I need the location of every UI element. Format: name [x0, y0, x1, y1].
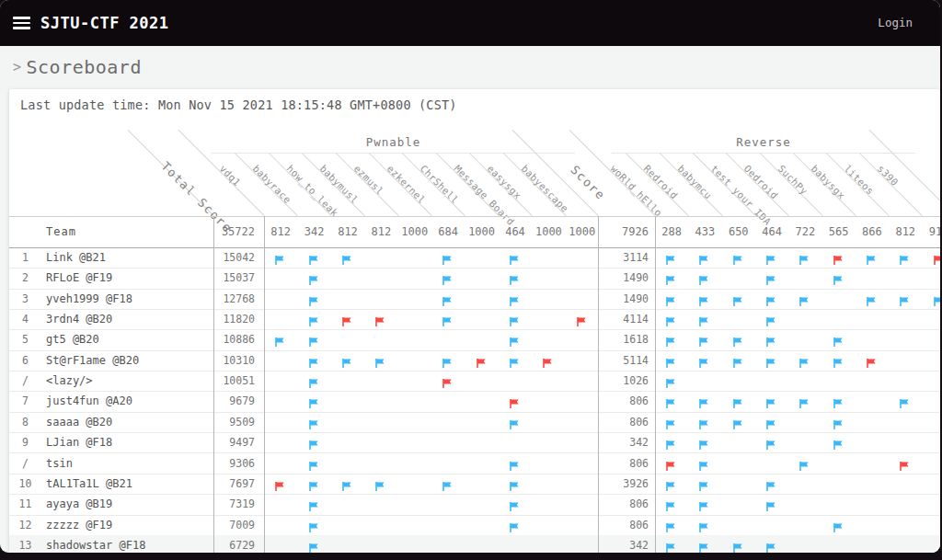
- flag-icon: [833, 520, 844, 531]
- flag-icon: [442, 478, 453, 489]
- team-row: 9LJian @F189497342: [9, 432, 940, 453]
- team-name: LJian @F18: [46, 432, 112, 452]
- flag-icon: [341, 252, 352, 263]
- flag-icon: [899, 293, 910, 304]
- flag-icon: [509, 314, 520, 325]
- flag-icon: [308, 540, 319, 551]
- flag-icon: [308, 458, 319, 469]
- flag-icon: [698, 395, 709, 406]
- team-name: RFLoE @F19: [46, 268, 112, 288]
- team-row: 8saaaa @B209509806: [9, 412, 940, 433]
- flag-icon: [866, 293, 877, 304]
- flag-icon: [442, 355, 453, 366]
- total-score-cell: 10310: [147, 350, 255, 371]
- flag-icon: [833, 395, 844, 406]
- rank-cell: /: [9, 453, 41, 474]
- flag-icon: [899, 252, 910, 263]
- flag-icon: [509, 498, 520, 509]
- flag-icon: [665, 395, 676, 406]
- flag-icon: [308, 293, 319, 304]
- pwn-score-cell: 806: [557, 412, 649, 432]
- flag-icon: [665, 540, 676, 551]
- flag-icon: [374, 314, 385, 325]
- flag-icon: [509, 458, 520, 469]
- navbar: SJTU-CTF 2021 Login: [0, 0, 940, 46]
- team-name: St@rF1ame @B20: [46, 350, 139, 371]
- flag-icon: [665, 498, 676, 509]
- flag-icon: [308, 314, 319, 325]
- last-update-text: Last update time: Mon Nov 15 2021 18:15:…: [20, 97, 457, 112]
- flag-icon: [866, 252, 877, 263]
- menu-icon[interactable]: [13, 17, 30, 30]
- team-name: saaaa @B20: [46, 412, 112, 432]
- flag-icon: [765, 478, 776, 489]
- flag-icon: [732, 540, 743, 551]
- flag-icon: [274, 478, 285, 489]
- app-title[interactable]: SJTU-CTF 2021: [40, 0, 169, 46]
- flag-icon: [698, 437, 709, 448]
- flag-icon: [374, 478, 385, 489]
- flag-icon: [341, 314, 352, 325]
- challenge-header-label: SuchPy: [775, 163, 810, 197]
- flag-icon: [665, 437, 676, 448]
- flag-icon: [833, 252, 844, 263]
- flag-icon: [665, 355, 676, 366]
- flag-icon: [509, 252, 520, 263]
- column-divider: [213, 216, 214, 553]
- column-divider: [598, 216, 599, 553]
- breadcrumb: >Scoreboard: [13, 56, 142, 78]
- pwn-score-cell: 342: [557, 535, 649, 553]
- flag-icon: [665, 314, 676, 325]
- challenge-header-label: s390: [876, 163, 901, 188]
- flag-icon: [341, 478, 352, 489]
- pwn-score-cell: 1490: [557, 268, 649, 288]
- rank-cell: 7: [9, 391, 41, 411]
- pwn-score-cell: 5114: [557, 350, 649, 371]
- flag-icon: [442, 272, 453, 283]
- flag-icon: [308, 395, 319, 406]
- flag-icon: [308, 417, 319, 428]
- team-name: shadowstar @F18: [46, 535, 145, 553]
- flag-icon: [899, 458, 910, 469]
- login-link[interactable]: Login: [878, 0, 913, 46]
- pwn-score-cell: 806: [557, 453, 649, 474]
- rank-cell: 5: [9, 329, 41, 349]
- pwn-score-cell: 1618: [557, 329, 649, 349]
- flag-icon: [665, 458, 676, 469]
- pwn-score-cell: 806: [557, 391, 649, 411]
- pwn-score-cell: 806: [557, 515, 649, 535]
- column-divider: [264, 216, 265, 553]
- table-body: 1Link @B211504231142RFLoE @F191503714903…: [9, 247, 940, 553]
- flag-icon: [308, 252, 319, 263]
- rank-cell: 11: [9, 494, 41, 514]
- flag-icon: [698, 252, 709, 263]
- flag-icon: [308, 520, 319, 531]
- flag-icon: [509, 293, 520, 304]
- team-name: tsin: [46, 453, 73, 474]
- flag-icon: [698, 293, 709, 304]
- flag-icon: [698, 498, 709, 509]
- flag-icon: [833, 437, 844, 448]
- category-header-reverse: Reverse: [612, 134, 915, 154]
- flag-icon: [765, 293, 776, 304]
- flag-icon: [308, 478, 319, 489]
- flag-icon: [542, 355, 553, 366]
- team-row: 7just4fun @A209679806: [9, 391, 940, 412]
- team-row: 43rdn4 @B20118204114: [9, 309, 940, 330]
- flag-icon: [765, 334, 776, 345]
- flag-icon: [509, 395, 520, 406]
- flag-icon: [732, 252, 743, 263]
- rank-cell: 9: [9, 432, 41, 452]
- flag-icon: [765, 540, 776, 551]
- table-points-row: Team357228123428128121000684100046410001…: [9, 216, 940, 248]
- flag-icon: [341, 355, 352, 366]
- flag-icon: [833, 355, 844, 366]
- pwnable-score-total: 7926: [557, 217, 649, 247]
- pwn-score-cell: 1026: [557, 371, 649, 391]
- flag-icon: [765, 498, 776, 509]
- flag-icon: [765, 355, 776, 366]
- flag-icon: [665, 478, 676, 489]
- rank-cell: 6: [9, 350, 41, 371]
- flag-icon: [833, 272, 844, 283]
- total-score-cell: 7319: [147, 494, 255, 514]
